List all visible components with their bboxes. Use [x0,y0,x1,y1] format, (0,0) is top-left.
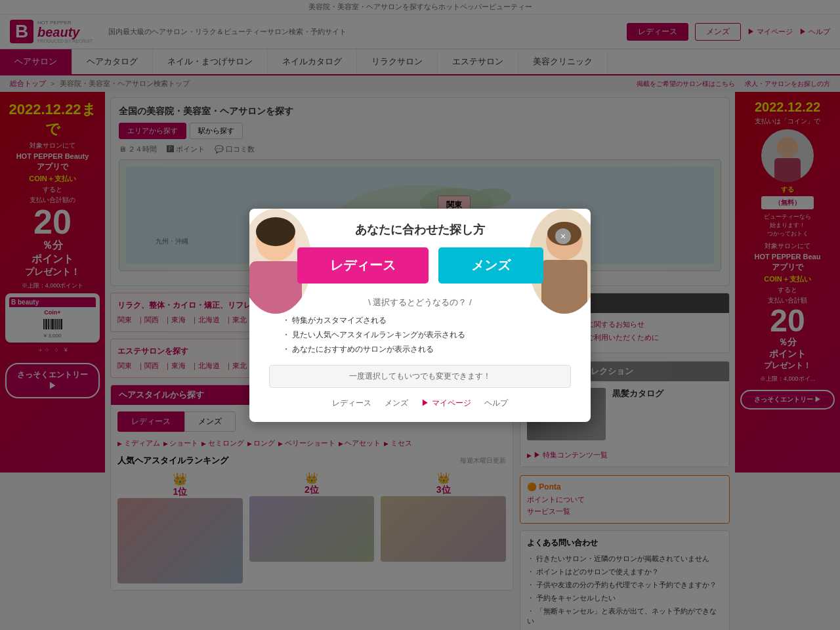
modal-explain-1: 特集がカスタマイズされる [282,315,558,326]
modal-mens-btn[interactable]: メンズ [438,247,543,284]
modal-bottom-links: レディース メンズ ▶ マイページ ヘルプ [269,398,571,409]
modal-close-btn[interactable]: × [555,228,571,244]
modal: × あなたに合わせた探し方 レディース メンズ \ 選択するとどうなるの？ / … [249,209,591,422]
modal-ladies-btn[interactable]: レディース [297,247,429,284]
modal-explain-list: 特集がカスタマイズされる 見たい人気ヘアスタイルランキングが表示される あなたに… [269,315,571,355]
modal-title: あなたに合わせた探し方 [269,222,571,238]
modal-content: × あなたに合わせた探し方 レディース メンズ \ 選択するとどうなるの？ / … [262,222,578,409]
modal-change-note: 一度選択してもいつでも変更できます！ [269,365,571,388]
modal-explain-3: あなたにおすすめのサロンが表示される [282,344,558,355]
modal-explain-2: 見たい人気ヘアスタイルランキングが表示される [282,329,558,341]
modal-mens-link[interactable]: メンズ [385,398,408,409]
modal-ladies-link[interactable]: レディース [332,398,371,409]
modal-help-link[interactable]: ヘルプ [484,398,508,409]
modal-explain-title: \ 選択するとどうなるの？ / [269,297,571,308]
modal-mypage-link[interactable]: ▶ マイページ [421,398,471,409]
modal-overlay[interactable]: × あなたに合わせた探し方 レディース メンズ \ 選択するとどうなるの？ / … [0,0,840,630]
modal-gender-buttons: レディース メンズ [269,247,571,284]
